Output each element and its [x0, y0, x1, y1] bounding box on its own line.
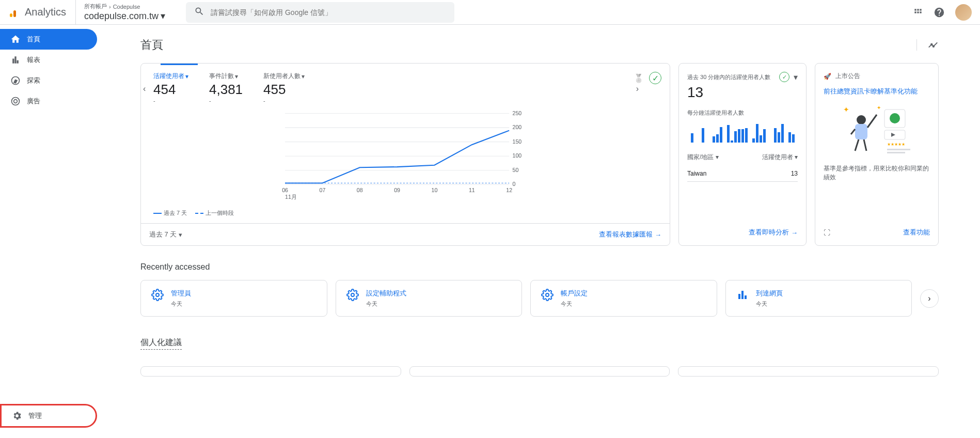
svg-rect-52 [738, 294, 740, 299]
nav-ads[interactable]: 廣告 [0, 91, 97, 112]
announcement-card: 🚀 上市公告 前往總覽資訊卡瞭解基準化功能 ★★★★★ [815, 63, 939, 246]
svg-text:250: 250 [513, 110, 522, 116]
svg-rect-1 [13, 10, 16, 17]
announce-title: 前往總覽資訊卡瞭解基準化功能 [824, 87, 930, 96]
nav-reports[interactable]: 報表 [0, 50, 97, 70]
svg-rect-40 [887, 152, 905, 153]
svg-point-11 [14, 100, 18, 103]
svg-rect-42 [855, 124, 867, 139]
logo-text: Analytics [25, 6, 66, 18]
personalized-card-3 [678, 366, 939, 377]
svg-text:09: 09 [394, 187, 400, 193]
view-snapshot-link[interactable]: 查看報表數據匯報 → [599, 230, 661, 239]
prev-arrow-icon[interactable]: ‹ [143, 84, 146, 93]
nav-explore[interactable]: 探索 [0, 70, 97, 91]
page-title: 首頁 [140, 37, 163, 53]
view-realtime-link[interactable]: 查看即時分析 → [749, 228, 798, 237]
line-chart: 0501001502002500607080910111211月 [141, 108, 670, 207]
metric-active-users[interactable]: 活躍使用者 ▾ 454 - [153, 72, 188, 104]
svg-text:★★★★★: ★★★★★ [887, 142, 905, 147]
announce-illustration: ★★★★★ ✦✦ [824, 104, 930, 156]
chevron-right-icon: › [109, 4, 111, 10]
country-selector[interactable]: 國家/地區 ▾ [687, 153, 719, 162]
metrics-card: ‹ 活躍使用者 ▾ 454 - 事件計數 ▾ 4,381 - 新使用者人數 ▾ … [140, 63, 670, 246]
recent-card[interactable]: 管理員今天 [140, 280, 327, 317]
insights-icon[interactable] [916, 39, 939, 51]
svg-point-50 [351, 293, 354, 296]
property-name: codepulse.com.tw [84, 11, 159, 22]
recent-time: 今天 [366, 300, 406, 308]
nav-admin-label: 管理 [28, 411, 42, 420]
search-input[interactable] [211, 8, 446, 17]
svg-text:0: 0 [513, 181, 516, 187]
svg-point-51 [546, 293, 549, 296]
search-icon [194, 6, 204, 19]
realtime-bar-chart [687, 117, 798, 143]
recent-title: 到達網頁 [756, 289, 783, 298]
next-arrow-icon[interactable]: › [636, 84, 639, 93]
personalized-heading: 個人化建議 [140, 337, 182, 350]
avatar[interactable] [955, 4, 972, 21]
recent-title: 管理員 [171, 289, 191, 298]
recent-time: 今天 [756, 300, 783, 308]
svg-rect-6 [914, 11, 916, 13]
svg-text:11月: 11月 [285, 194, 297, 200]
realtime-dropdown-icon[interactable]: ▾ [794, 72, 798, 82]
property-selector[interactable]: 所有帳戶 › Codepulse codepulse.com.tw ▾ [75, 0, 173, 24]
metric-new-users[interactable]: 新使用者人數 ▾ 455 - [263, 72, 305, 104]
svg-text:12: 12 [506, 187, 512, 193]
nav-explore-label: 探索 [27, 76, 40, 85]
date-range-selector[interactable]: 過去 7 天 ▾ [149, 230, 182, 239]
svg-point-41 [857, 115, 866, 124]
legend-current: 過去 7 天 [164, 209, 187, 217]
trophy-icon[interactable]: 🏅 [633, 72, 645, 84]
personalized-card-1 [140, 366, 401, 377]
recent-card[interactable]: 設定輔助程式今天 [336, 280, 523, 317]
recent-title: 帳戶設定 [561, 289, 588, 298]
check-icon[interactable]: ✓ [649, 72, 661, 84]
svg-point-10 [12, 98, 20, 105]
svg-text:06: 06 [282, 187, 288, 193]
svg-text:08: 08 [357, 187, 363, 193]
breadcrumb-property: Codepulse [113, 4, 140, 10]
svg-rect-4 [917, 9, 919, 10]
svg-text:150: 150 [513, 138, 522, 145]
recent-card[interactable]: 到達網頁今天 [725, 280, 912, 317]
nav-ads-label: 廣告 [27, 97, 40, 106]
svg-text:07: 07 [320, 187, 326, 193]
svg-line-46 [864, 139, 866, 151]
svg-rect-54 [745, 295, 747, 299]
recent-next-button[interactable]: › [920, 289, 939, 308]
nav-admin[interactable]: 管理 [0, 404, 97, 428]
svg-text:50: 50 [513, 167, 519, 173]
rocket-icon: 🚀 [824, 73, 831, 80]
svg-text:11: 11 [469, 187, 475, 193]
announce-desc: 基準是參考指標，用來比較你和同業的績效 [824, 164, 930, 182]
metric-events[interactable]: 事件計數 ▾ 4,381 - [209, 72, 243, 104]
recent-time: 今天 [561, 300, 588, 308]
realtime-check-icon[interactable]: ✓ [779, 72, 789, 82]
help-icon[interactable] [934, 7, 945, 18]
sidebar: 首頁 報表 探索 廣告 管理 [0, 25, 99, 438]
users-selector[interactable]: 活躍使用者 ▾ [762, 153, 798, 162]
gear-icon [541, 289, 554, 301]
bar-icon [736, 289, 749, 301]
svg-line-43 [867, 115, 877, 128]
gear-icon [151, 289, 164, 301]
search-bar[interactable] [186, 2, 454, 23]
legend-prev: 上一個時段 [206, 209, 234, 217]
svg-point-35 [890, 113, 900, 123]
svg-rect-3 [914, 9, 916, 10]
nav-home[interactable]: 首頁 [0, 29, 97, 50]
realtime-value: 13 [687, 84, 798, 101]
apps-icon[interactable] [913, 7, 923, 18]
recent-card[interactable]: 帳戶設定今天 [530, 280, 717, 317]
svg-line-44 [851, 129, 855, 134]
expand-icon[interactable]: ⛶ [824, 229, 830, 237]
dropdown-icon: ▾ [161, 10, 165, 22]
svg-line-45 [855, 139, 859, 151]
breadcrumb-all: 所有帳戶 [84, 3, 107, 10]
svg-point-49 [156, 293, 159, 296]
view-feature-link[interactable]: 查看功能 [903, 228, 930, 237]
recent-time: 今天 [171, 300, 191, 308]
